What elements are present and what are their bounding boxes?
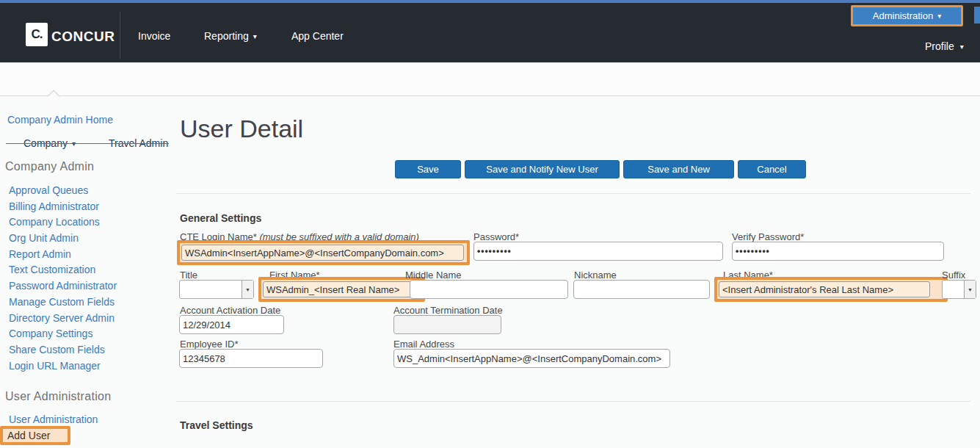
sidebar-item-company-locations[interactable]: Company Locations	[9, 216, 117, 232]
nav-item-label: Invoice	[138, 30, 170, 42]
nav-item-app-center[interactable]: App Center	[291, 30, 344, 42]
annotation-highlight-administration: Administration ▾	[851, 5, 963, 26]
chevron-down-icon: ▾	[937, 12, 941, 20]
chevron-down-icon: ▾	[253, 32, 257, 40]
annotation-highlight-add-user: Add User	[0, 426, 70, 445]
page-title: User Detail	[180, 115, 303, 143]
first-name-field[interactable]: WSAdmin_<Insert Real Name>	[263, 281, 415, 297]
employee-id-label: Employee ID*	[180, 339, 238, 350]
sidebar-divider	[6, 143, 169, 144]
nav-item-reporting[interactable]: Reporting ▾	[204, 30, 257, 42]
title-select[interactable]: ▼	[179, 280, 254, 299]
verify-password-label: Verify Password*	[732, 231, 804, 242]
sidebar-item-directory-server-admin[interactable]: Directory Server Admin	[9, 312, 117, 328]
section-divider	[176, 193, 970, 194]
chevron-down-icon: ▾	[960, 43, 964, 51]
section-divider	[176, 401, 970, 402]
middle-name-label: Middle Name	[405, 270, 462, 281]
chevron-down-icon[interactable]: ▼	[964, 281, 976, 298]
sidebar-item-company-admin-home[interactable]: Company Admin Home	[7, 114, 113, 126]
middle-name-field[interactable]	[410, 280, 568, 299]
sidebar-item-report-admin[interactable]: Report Admin	[9, 248, 117, 264]
email-address-field[interactable]	[393, 349, 670, 368]
sidebar-item-login-url-manager[interactable]: Login URL Manager	[9, 360, 117, 376]
navbar: C. CONCUR Invoice Reporting ▾ App Center…	[0, 3, 980, 62]
sidebar-link-list: Approval Queues Billing Administrator Co…	[9, 184, 117, 375]
sidebar-item-share-custom-fields[interactable]: Share Custom Fields	[9, 344, 117, 360]
brand-name: CONCUR	[51, 29, 115, 45]
navbar-divider	[120, 12, 120, 59]
nav-item-label: Reporting	[204, 30, 249, 42]
sidebar-item-billing-administrator[interactable]: Billing Administrator	[9, 200, 117, 217]
annotation-highlight-first-name: WSAdmin_<Insert Real Name>	[258, 277, 425, 302]
sidebar-item-company-settings[interactable]: Company Settings	[9, 328, 117, 344]
concur-logo-icon: C.	[26, 23, 48, 46]
nav-item-label: App Center	[291, 30, 344, 42]
cancel-button[interactable]: Cancel	[738, 160, 806, 178]
suffix-select[interactable]: ▼	[942, 280, 976, 299]
save-and-new-button[interactable]: Save and New	[623, 160, 734, 178]
verify-password-field[interactable]	[732, 242, 944, 261]
password-field[interactable]	[473, 242, 723, 261]
suffix-label: Suffix	[942, 270, 965, 281]
sidebar-section-company-admin: Company Admin	[5, 160, 94, 173]
nickname-field[interactable]	[573, 280, 710, 299]
save-button[interactable]: Save	[395, 160, 461, 178]
subnav: Company ▾ Travel Admin	[0, 62, 980, 96]
account-activation-date-field[interactable]	[179, 315, 284, 334]
clipped-nav-button	[974, 7, 980, 24]
sidebar-item-add-user[interactable]: Add User	[7, 430, 50, 441]
sidebar-item-org-unit-admin[interactable]: Org Unit Admin	[9, 232, 117, 248]
annotation-highlight-cte-login: WSAdmin<InsertAppName>@<InsertCompanyDom…	[177, 240, 470, 265]
sidebar-section-user-administration: User Administration	[5, 390, 111, 403]
profile-menu-button[interactable]: Profile ▾	[925, 40, 964, 52]
travel-settings-heading: Travel Settings	[180, 419, 253, 431]
sidebar-item-manage-custom-fields[interactable]: Manage Custom Fields	[9, 296, 117, 312]
sidebar-item-user-administration[interactable]: User Administration	[9, 413, 98, 425]
title-select-value	[180, 281, 242, 298]
account-termination-date-label: Account Termination Date	[393, 305, 503, 316]
save-and-notify-button[interactable]: Save and Notify New User	[465, 160, 620, 178]
nickname-label: Nickname	[574, 270, 617, 281]
chevron-down-icon[interactable]: ▼	[242, 281, 253, 298]
employee-id-field[interactable]	[179, 349, 323, 368]
suffix-select-value	[943, 281, 964, 298]
general-settings-heading: General Settings	[180, 212, 261, 224]
sidebar-item-text-customization[interactable]: Text Customization	[9, 264, 117, 280]
account-activation-date-label: Account Activation Date	[180, 305, 280, 316]
sidebar-item-approval-queues[interactable]: Approval Queues	[9, 184, 117, 200]
administration-label: Administration	[873, 10, 933, 21]
profile-label: Profile	[925, 40, 954, 52]
administration-menu-button[interactable]: Administration ▾	[853, 7, 961, 24]
nav-item-invoice[interactable]: Invoice	[138, 30, 170, 42]
sidebar-item-password-administrator[interactable]: Password Administrator	[9, 280, 117, 296]
email-address-label: Email Address	[393, 339, 454, 350]
last-name-field[interactable]: <Insert Administrator's Real Last Name>	[719, 281, 930, 297]
cte-login-name-field[interactable]: WSAdmin<InsertAppName>@<InsertCompanyDom…	[181, 245, 464, 261]
account-termination-date-field[interactable]	[393, 315, 501, 334]
annotation-highlight-last-name: <Insert Administrator's Real Last Name>	[714, 277, 948, 302]
password-label: Password*	[473, 231, 519, 242]
title-label: Title	[180, 270, 197, 281]
